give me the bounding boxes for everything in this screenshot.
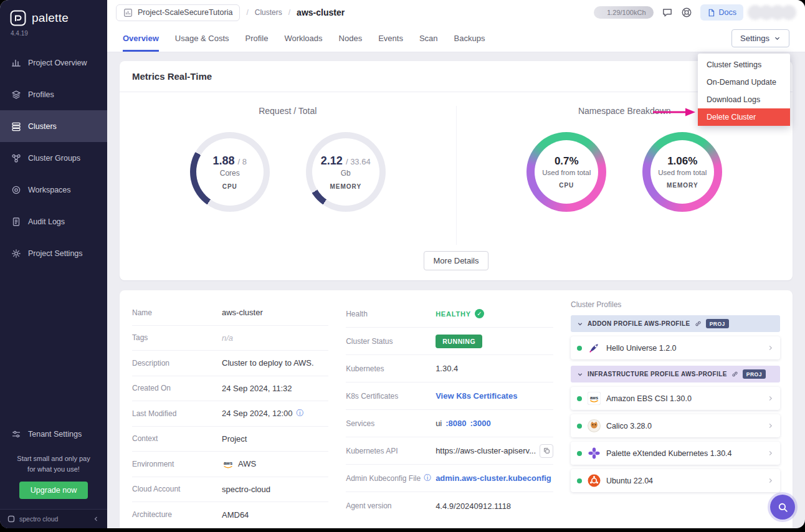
- cpu-request-gauge: 1.88 / 8 Cores CPU: [190, 132, 270, 212]
- detail-row-cloud-account: Cloud Account spectro-cloud: [132, 477, 328, 503]
- promo-text: Start small and only pay for what you us…: [0, 450, 107, 475]
- tab-nodes[interactable]: Nodes: [339, 25, 363, 52]
- request-total-title: Request / Total: [259, 106, 317, 116]
- document-icon: [11, 217, 21, 227]
- collapse-sidebar-icon[interactable]: [92, 515, 100, 523]
- tab-profile[interactable]: Profile: [245, 25, 269, 52]
- sidebar-item-audit-logs[interactable]: Audit Logs: [0, 206, 107, 237]
- sidebar: palette 4.4.19 Project Overview Profiles…: [0, 0, 107, 528]
- settings-dropdown-menu: Cluster Settings On-Demand Update Downlo…: [698, 54, 790, 126]
- profile-layer-palette-extended-kubernetes[interactable]: Palette eXtended Kubernetes 1.30.4: [571, 442, 780, 465]
- info-icon[interactable]: ⓘ: [297, 408, 304, 419]
- details-middle-column: Health HEALTHY ✓ Cluster Status RUNNING …: [346, 300, 553, 528]
- sidebar-footer: spectro cloud: [0, 509, 107, 528]
- topbar-right: 1.29/100kCh Docs: [594, 4, 796, 21]
- service-port-3000-link[interactable]: :3000: [470, 419, 491, 428]
- kubeconfig-download-link[interactable]: admin.aws-cluster.kubeconfig: [436, 473, 551, 483]
- detail-row-architecture: Architecture AMD64: [132, 502, 328, 528]
- addon-profile-group-header[interactable]: ADDON PROFILE AWS-PROFILE PROJ: [571, 315, 780, 332]
- chat-icon[interactable]: [662, 7, 673, 18]
- proj-scope-badge: PROJ: [706, 319, 729, 328]
- copy-api-url-button[interactable]: [540, 444, 553, 458]
- upgrade-now-button[interactable]: Upgrade now: [19, 482, 88, 499]
- zoom-search-fab[interactable]: [770, 495, 795, 520]
- detail-row-agent-version: Agent version 4.4.9/20240912.1118: [346, 492, 553, 520]
- gear-icon: [11, 249, 21, 259]
- detail-row-services: Services ui :8080 :3000: [346, 410, 553, 437]
- top-bar: Project-ScaleSecureTutoria / Clusters / …: [107, 0, 805, 25]
- server-list-icon: [11, 121, 21, 131]
- chevron-right-icon: [767, 395, 774, 402]
- project-selector[interactable]: Project-ScaleSecureTutoria: [116, 4, 240, 21]
- profile-layer-hello-universe[interactable]: Hello Universe 1.2.0: [571, 336, 780, 359]
- service-port-8080-link[interactable]: :8080: [445, 419, 466, 428]
- layers-icon: [11, 90, 21, 100]
- tab-backups[interactable]: Backups: [454, 25, 485, 52]
- detail-row-last-modified: Last Modified 24 Sep 2024, 12:00 ⓘ: [132, 401, 328, 427]
- sidebar-item-label: Clusters: [28, 122, 57, 131]
- request-total-group: Request / Total 1.88 / 8 Cores CPU: [120, 106, 457, 245]
- detail-row-admin-kubeconfig: Admin Kubeconfig File ⓘ admin.aws-cluste…: [346, 465, 553, 492]
- sidebar-item-label: Project Overview: [28, 59, 87, 67]
- chevron-down-icon: [577, 321, 583, 327]
- tab-usage-costs[interactable]: Usage & Costs: [175, 25, 229, 52]
- sidebar-item-cluster-groups[interactable]: Cluster Groups: [0, 142, 107, 174]
- sidebar-item-clusters[interactable]: Clusters: [0, 110, 107, 142]
- cluster-tabs: Overview Usage & Costs Profile Workloads…: [107, 25, 805, 52]
- palette-logo-icon: [10, 10, 26, 26]
- namespace-memory-donut: 1.06% Used from total MEMORY: [642, 132, 722, 212]
- support-lifebuoy-icon[interactable]: [681, 7, 692, 18]
- sidebar-item-project-overview[interactable]: Project Overview: [0, 47, 107, 78]
- tab-scan[interactable]: Scan: [419, 25, 438, 52]
- sidebar-item-workspaces[interactable]: Workspaces: [0, 174, 107, 206]
- menu-item-download-logs[interactable]: Download Logs: [698, 91, 790, 108]
- settings-dropdown-button[interactable]: Settings: [731, 29, 789, 47]
- sidebar-item-label: Tenant Settings: [28, 430, 82, 439]
- profile-layer-ubuntu[interactable]: Ubuntu 22.04: [571, 469, 780, 492]
- sidebar-item-profiles[interactable]: Profiles: [0, 78, 107, 110]
- status-dot-green: [577, 396, 582, 401]
- menu-item-delete-cluster[interactable]: Delete Cluster: [698, 108, 790, 126]
- tab-workloads[interactable]: Workloads: [284, 25, 322, 52]
- proj-scope-badge: PROJ: [743, 369, 766, 379]
- menu-item-on-demand-update[interactable]: On-Demand Update: [698, 74, 790, 91]
- menu-item-cluster-settings[interactable]: Cluster Settings: [698, 56, 790, 74]
- ubuntu-logo-icon: [588, 474, 601, 487]
- bar-chart-icon: [11, 58, 21, 68]
- tab-overview[interactable]: Overview: [123, 25, 159, 52]
- app-window: palette 4.4.19 Project Overview Profiles…: [0, 0, 805, 528]
- chevron-right-icon: [767, 450, 774, 457]
- chevron-right-icon: [767, 344, 774, 351]
- infrastructure-profile-group-header[interactable]: INFRASTRUCTURE PROFILE AWS-PROFILE PROJ: [571, 366, 780, 382]
- docs-label: Docs: [719, 8, 736, 17]
- chevron-down-icon: [577, 371, 583, 378]
- profile-layer-calico[interactable]: Calico 3.28.0: [571, 414, 780, 437]
- detail-row-cluster-status: Cluster Status RUNNING: [346, 328, 553, 355]
- sidebar-item-label: Cluster Groups: [28, 154, 80, 163]
- breadcrumb-clusters[interactable]: Clusters: [255, 8, 282, 17]
- sidebar-item-label: Profiles: [28, 90, 54, 99]
- sidebar-item-tenant-settings[interactable]: Tenant Settings: [0, 418, 107, 450]
- calico-cat-icon: [588, 419, 601, 432]
- hello-universe-rocket-icon: [588, 341, 601, 354]
- info-icon[interactable]: ⓘ: [424, 473, 431, 483]
- details-left-column: Name aws-cluster Tags n/a Description Cl…: [132, 300, 328, 528]
- profile-layer-amazon-ebs-csi[interactable]: aws Amazon EBS CSI 1.30.0: [571, 387, 780, 410]
- link-icon[interactable]: [695, 320, 702, 327]
- detail-row-context: Context Project: [132, 427, 328, 452]
- sidebar-item-project-settings[interactable]: Project Settings: [0, 237, 107, 269]
- view-k8s-certificates-link[interactable]: View K8s Certificates: [436, 391, 517, 401]
- tab-events[interactable]: Events: [378, 25, 403, 52]
- target-icon: [11, 185, 21, 195]
- link-icon[interactable]: [731, 371, 738, 378]
- chevron-right-icon: [767, 422, 774, 429]
- sidebar-bottom: Tenant Settings Start small and only pay…: [0, 418, 107, 528]
- docs-button[interactable]: Docs: [700, 4, 743, 21]
- more-details-button[interactable]: More Details: [424, 251, 489, 270]
- svg-text:aws: aws: [590, 396, 598, 400]
- detail-row-description: Description Cluster to deploy to AWS.: [132, 351, 328, 376]
- main-area: Project-ScaleSecureTutoria / Clusters / …: [107, 0, 805, 528]
- sidebar-item-label: Audit Logs: [28, 217, 65, 226]
- docs-icon: [707, 9, 715, 17]
- sidebar-item-label: Project Settings: [28, 249, 83, 258]
